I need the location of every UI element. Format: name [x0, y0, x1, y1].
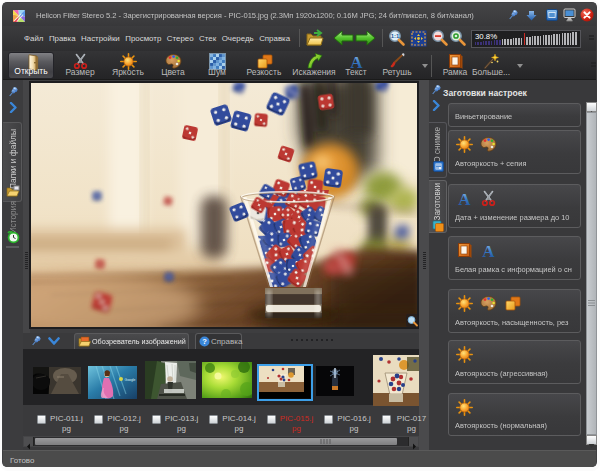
svg-text:A: A: [458, 190, 471, 207]
svg-text:A: A: [482, 242, 495, 259]
svg-text:?: ?: [202, 337, 207, 346]
svg-text:Google: Google: [125, 378, 136, 382]
svg-text:1:1: 1:1: [391, 33, 400, 39]
